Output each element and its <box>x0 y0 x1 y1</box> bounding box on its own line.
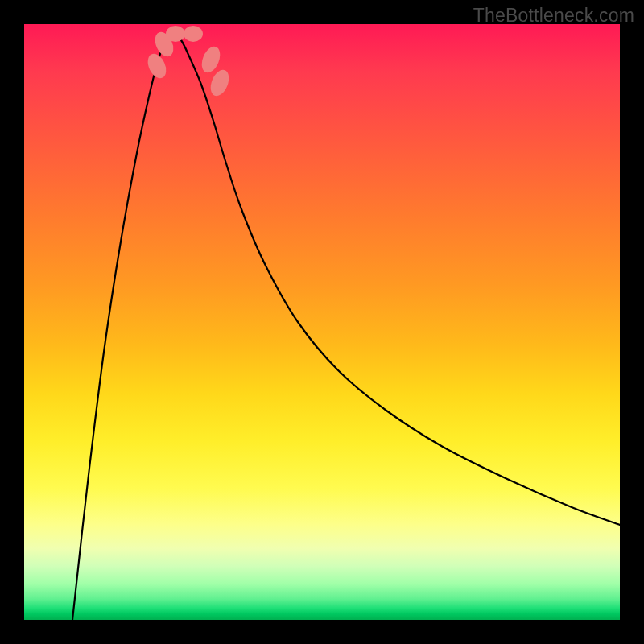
curve-layer <box>24 24 620 620</box>
watermark-text: TheBottleneck.com <box>473 5 634 27</box>
plot-area <box>24 24 620 620</box>
curve-marker <box>184 26 203 42</box>
curve-marker <box>207 67 232 98</box>
curve-marker <box>198 43 223 75</box>
curve-marker <box>166 26 185 42</box>
curve-path <box>72 33 620 620</box>
curve-markers <box>144 26 232 99</box>
bottleneck-curve <box>72 33 620 620</box>
chart-frame: TheBottleneck.com <box>0 0 644 644</box>
